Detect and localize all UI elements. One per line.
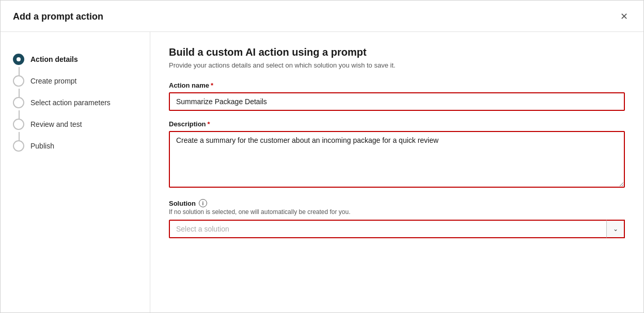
solution-select[interactable]: Select a solution bbox=[169, 220, 625, 238]
page-subtitle: Provide your actions details and select … bbox=[169, 61, 625, 69]
action-name-label: Action name * bbox=[169, 81, 625, 89]
step-circle-action-details bbox=[13, 54, 24, 65]
description-field-group: Description * bbox=[169, 120, 625, 190]
add-prompt-action-dialog: Add a prompt action ✕ Action details Cre… bbox=[0, 0, 644, 313]
page-title: Build a custom AI action using a prompt bbox=[169, 46, 625, 58]
step-label-select-action-parameters: Select action parameters bbox=[30, 98, 111, 107]
solution-label: Solution i bbox=[169, 199, 625, 207]
dialog-title: Add a prompt action bbox=[13, 11, 103, 22]
sidebar-item-review-and-test[interactable]: Review and test bbox=[13, 113, 137, 135]
step-label-review-and-test: Review and test bbox=[30, 120, 82, 128]
dialog-header: Add a prompt action ✕ bbox=[1, 1, 643, 32]
solution-select-wrapper: Select a solution ⌄ bbox=[169, 220, 625, 238]
action-name-required: * bbox=[211, 81, 213, 89]
step-label-action-details: Action details bbox=[30, 55, 78, 63]
description-label: Description * bbox=[169, 120, 625, 128]
sidebar: Action details Create prompt Select acti… bbox=[1, 32, 150, 312]
sidebar-item-action-details[interactable]: Action details bbox=[13, 48, 137, 70]
sidebar-item-publish[interactable]: Publish bbox=[13, 135, 137, 157]
solution-field-group: Solution i If no solution is selected, o… bbox=[169, 199, 625, 238]
step-circle-review-and-test bbox=[13, 119, 24, 130]
step-circle-publish bbox=[13, 140, 24, 152]
step-circle-create-prompt bbox=[13, 75, 24, 87]
solution-hint: If no solution is selected, one will aut… bbox=[169, 208, 625, 216]
step-circle-select-action-parameters bbox=[13, 97, 24, 108]
solution-info-icon[interactable]: i bbox=[199, 199, 207, 207]
close-button[interactable]: ✕ bbox=[617, 9, 631, 24]
dialog-body: Action details Create prompt Select acti… bbox=[1, 32, 643, 312]
main-content: Build a custom AI action using a prompt … bbox=[150, 32, 643, 312]
sidebar-item-create-prompt[interactable]: Create prompt bbox=[13, 70, 137, 92]
description-required: * bbox=[208, 120, 210, 128]
step-label-create-prompt: Create prompt bbox=[30, 77, 76, 85]
step-label-publish: Publish bbox=[30, 142, 54, 150]
description-textarea[interactable] bbox=[169, 131, 625, 188]
action-name-field-group: Action name * bbox=[169, 81, 625, 111]
action-name-input[interactable] bbox=[169, 92, 625, 111]
sidebar-item-select-action-parameters[interactable]: Select action parameters bbox=[13, 92, 137, 113]
